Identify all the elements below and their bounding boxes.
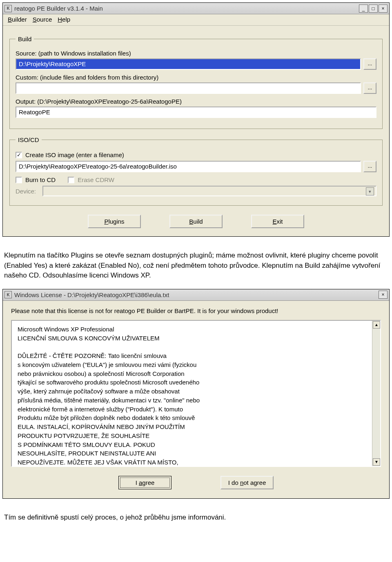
menu-source[interactable]: Source [33, 16, 52, 23]
source-path-input[interactable]: D:\Projekty\ReatogoXPE [16, 58, 361, 70]
close-button[interactable]: × [379, 291, 388, 299]
plugins-button[interactable]: Plugins [88, 215, 141, 228]
build-legend: Build [16, 36, 34, 42]
license-window-title: Windows License - D:\Projekty\ReatogoXPE… [14, 291, 379, 298]
agree-button[interactable]: I agree [118, 476, 172, 489]
burn-cd-checkbox[interactable] [16, 177, 22, 183]
app-icon: K [4, 291, 12, 298]
source-label: Source: (path to Windows installation fi… [16, 50, 376, 57]
window-title: reatogo PE Builder v3.1.4 - Main [14, 5, 359, 12]
create-iso-checkbox[interactable] [16, 152, 22, 158]
output-name-input[interactable]: ReatogoPE [16, 107, 376, 118]
erase-cdrw-checkbox[interactable] [68, 177, 74, 183]
app-icon: K [4, 5, 12, 12]
license-note: Please note that this license is not for… [11, 307, 381, 314]
burn-cd-label: Burn to CD [25, 176, 56, 183]
license-titlebar[interactable]: K Windows License - D:\Projekty\ReatogoX… [3, 289, 389, 301]
scroll-down-icon[interactable]: ▼ [373, 458, 380, 466]
output-label: Output: (D:\Projekty\ReatogoXPE\reatogo-… [16, 98, 376, 105]
titlebar[interactable]: K reatogo PE Builder v3.1.4 - Main _ □ × [3, 3, 389, 14]
instruction-paragraph-2: Tím se definitivně spustí celý proces, o… [4, 513, 388, 523]
iso-browse-button[interactable]: ... [363, 161, 376, 172]
menu-builder[interactable]: Builder [8, 16, 27, 23]
minimize-button[interactable]: _ [359, 4, 368, 13]
device-label: Device: [16, 188, 39, 195]
license-text: Microsoft Windows XP Professional LICENČ… [12, 321, 372, 466]
custom-path-input[interactable] [16, 82, 361, 94]
build-groupbox: Build Source: (path to Windows installat… [9, 36, 383, 129]
close-button[interactable]: × [379, 4, 388, 13]
erase-cdrw-label: Erase CDRW [78, 176, 114, 183]
iso-groupbox: ISO/CD Create ISO image (enter a filenam… [9, 136, 383, 206]
create-iso-label: Create ISO image (enter a filename) [25, 151, 124, 158]
scrollbar[interactable]: ▲ ▼ [372, 321, 380, 466]
custom-label: Custom: (include files and folders from … [16, 74, 376, 81]
not-agree-button[interactable]: I do not agree [220, 476, 274, 489]
pe-builder-window: K reatogo PE Builder v3.1.4 - Main _ □ ×… [2, 2, 390, 237]
scroll-up-icon[interactable]: ▲ [373, 321, 380, 329]
device-combo[interactable] [42, 186, 376, 196]
source-browse-button[interactable]: ... [363, 58, 376, 70]
custom-browse-button[interactable]: ... [363, 82, 376, 94]
build-button[interactable]: Build [169, 215, 223, 228]
iso-legend: ISO/CD [16, 136, 42, 143]
iso-path-input[interactable]: D:\Projekty\ReatogoXPE\reatogo-25-6a\rea… [16, 161, 361, 172]
instruction-paragraph-1: Klepnutím na tlačítko Plugins se otevře … [4, 251, 388, 281]
menu-help[interactable]: Help [58, 16, 70, 23]
license-text-area: Microsoft Windows XP Professional LICENČ… [11, 320, 381, 467]
menubar: Builder Source Help [3, 14, 389, 26]
exit-button[interactable]: Exit [251, 215, 304, 228]
license-window: K Windows License - D:\Projekty\ReatogoX… [2, 289, 390, 499]
maximize-button[interactable]: □ [369, 4, 378, 13]
